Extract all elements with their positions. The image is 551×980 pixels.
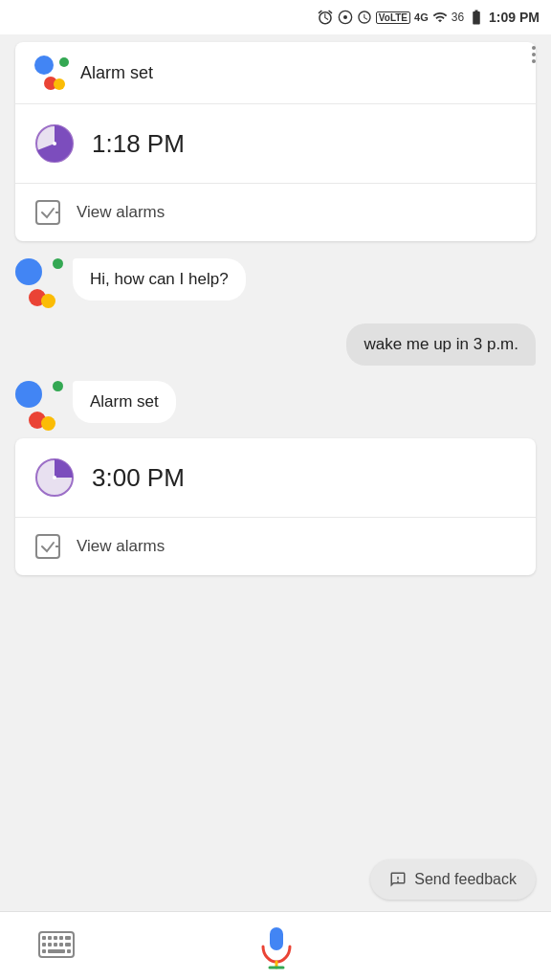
second-alarm-set-label: Alarm set: [90, 392, 159, 411]
second-alarm-set-bubble: Alarm set: [73, 381, 176, 423]
svg-point-2: [53, 142, 56, 145]
first-alarm-card: Alarm set 1:18 PM View alarms: [15, 42, 536, 241]
wifi-icon: [338, 10, 353, 25]
svg-rect-20: [67, 949, 71, 953]
assistant-logo: [15, 258, 65, 308]
bottom-bar: [0, 911, 551, 980]
svg-point-0: [343, 15, 347, 19]
svg-rect-19: [48, 949, 65, 953]
second-alarm-card: 3:00 PM View alarms: [15, 438, 536, 575]
alarm-set-label-first: Alarm set: [80, 63, 153, 83]
keyboard-icon: [38, 931, 75, 958]
svg-rect-8: [42, 936, 46, 940]
send-feedback-button[interactable]: Send feedback: [370, 859, 536, 900]
svg-rect-18: [42, 949, 46, 953]
first-view-alarms-row[interactable]: View alarms: [15, 184, 536, 241]
main-content: Alarm set 1:18 PM View alarms: [0, 34, 551, 911]
svg-rect-11: [59, 936, 63, 940]
feedback-icon: [389, 871, 407, 888]
clock-pie-icon-first: [34, 123, 75, 164]
user-message-text: wake me up in 3 p.m.: [364, 335, 518, 353]
overflow-menu[interactable]: [528, 42, 540, 67]
view-alarms-icon-first: [34, 199, 61, 226]
second-alarm-set-row: Alarm set: [15, 381, 536, 431]
user-message-row: wake me up in 3 p.m.: [15, 323, 536, 366]
svg-rect-21: [270, 927, 283, 950]
assistant-greeting-bubble: Hi, how can I help?: [73, 258, 246, 301]
svg-rect-14: [48, 943, 52, 947]
svg-rect-13: [42, 943, 46, 947]
first-view-alarms-label[interactable]: View alarms: [77, 203, 165, 222]
svg-rect-16: [59, 943, 63, 947]
status-bar: VoLTE 4G 36 1:09 PM: [0, 0, 551, 34]
battery-percent: 36: [452, 11, 464, 24]
first-alarm-time: 1:18 PM: [92, 129, 185, 159]
second-alarm-time-row: 3:00 PM: [15, 438, 536, 518]
svg-rect-10: [54, 936, 57, 940]
second-alarm-time: 3:00 PM: [92, 463, 185, 493]
volte-badge: VoLTE: [376, 11, 410, 24]
network-4g: 4G: [414, 11, 429, 23]
clock-pie-icon-second: [34, 457, 75, 498]
second-view-alarms-label[interactable]: View alarms: [77, 537, 165, 556]
send-feedback-label: Send feedback: [414, 871, 517, 888]
user-message-bubble: wake me up in 3 p.m.: [346, 323, 536, 366]
svg-point-5: [53, 476, 56, 479]
status-time: 1:09 PM: [489, 10, 540, 25]
svg-rect-9: [48, 936, 52, 940]
assistant-logo-small: [34, 56, 69, 90]
keyboard-button[interactable]: [38, 931, 75, 962]
mic-button[interactable]: [252, 922, 301, 971]
assistant-logo-second: [15, 381, 65, 431]
svg-rect-15: [54, 943, 57, 947]
signal-icon: [432, 10, 448, 25]
view-alarms-icon-second: [34, 533, 61, 560]
alarm-status-icon: [317, 9, 334, 26]
clock-icon: [357, 10, 372, 25]
second-view-alarms-row[interactable]: View alarms: [15, 518, 536, 575]
mic-icon: [252, 922, 301, 971]
svg-rect-12: [65, 936, 71, 940]
first-alarm-time-row: 1:18 PM: [15, 104, 536, 184]
assistant-greeting-row: Hi, how can I help?: [15, 258, 536, 308]
svg-rect-17: [65, 943, 71, 947]
assistant-greeting-text: Hi, how can I help?: [90, 270, 229, 288]
battery-icon: [468, 9, 485, 26]
